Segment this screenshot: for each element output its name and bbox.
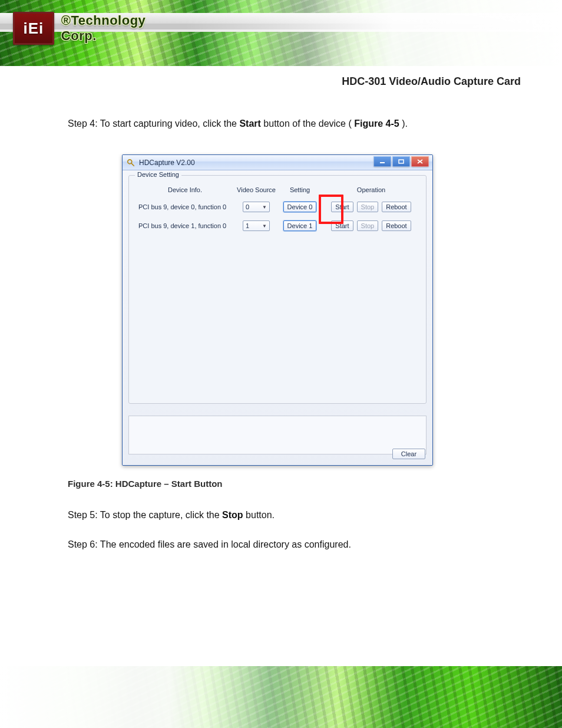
chevron-down-icon: ▼ — [262, 223, 267, 229]
chevron-down-icon: ▼ — [262, 205, 267, 210]
step-5-label: Step 5: — [68, 510, 100, 520]
logo-text: ®Technology Corp. — [61, 13, 178, 44]
device-row: PCI bus 9, device 0, function 0 0 ▼ Devi… — [135, 202, 420, 212]
start-button-1[interactable]: Start — [331, 220, 353, 231]
app-window: HDCapture V2.00 Device Setting Device In… — [122, 154, 433, 466]
page-title: HDC-301 Video/Audio Capture Card — [317, 75, 521, 88]
logo-tile: iEi — [13, 12, 54, 45]
dropdown-value: 0 — [246, 203, 249, 210]
stop-button-1[interactable]: Stop — [357, 220, 379, 231]
device-info-0: PCI bus 9, device 0, function 0 — [135, 203, 235, 210]
device-setting-button-0[interactable]: Device 0 — [283, 202, 317, 212]
video-source-dropdown-0[interactable]: 0 ▼ — [243, 202, 270, 212]
step-6-text: Step 6: The encoded files are saved in l… — [68, 538, 494, 552]
device-setting-button-1[interactable]: Device 1 — [283, 220, 317, 231]
start-button-0[interactable]: Start — [331, 202, 353, 212]
step-5-body: To stop the capture, click the — [100, 510, 222, 520]
step-4-body2: button of the device ( — [263, 118, 351, 129]
reboot-button-1[interactable]: Reboot — [382, 220, 411, 231]
step-5-text: Step 5: To stop the capture, click the S… — [68, 508, 494, 522]
figure-caption: Figure 4-5: HDCapture – Start Button — [68, 479, 223, 489]
log-output — [128, 416, 427, 454]
clear-button[interactable]: Clear — [392, 449, 425, 459]
col-setting: Setting — [277, 186, 322, 193]
app-icon — [126, 158, 135, 167]
step-5-body2: button. — [246, 510, 275, 520]
column-headers: Device Info. Video Source Setting Operat… — [135, 186, 420, 193]
maximize-button[interactable] — [392, 156, 410, 167]
footer-banner — [0, 666, 562, 728]
step-4-body3: ). — [402, 118, 408, 129]
col-device-info: Device Info. — [135, 186, 235, 193]
window-title: HDCapture V2.00 — [139, 159, 370, 167]
svg-line-1 — [131, 163, 134, 165]
device-row: PCI bus 9, device 1, function 0 1 ▼ Devi… — [135, 220, 420, 231]
titlebar: HDCapture V2.00 — [123, 155, 432, 170]
device-setting-group: Device Setting Device Info. Video Source… — [128, 175, 427, 404]
stop-button-0[interactable]: Stop — [357, 202, 379, 212]
minimize-button[interactable] — [373, 156, 391, 167]
logo: iEi ®Technology Corp. — [13, 11, 178, 46]
col-operation: Operation — [322, 186, 420, 193]
reboot-button-0[interactable]: Reboot — [382, 202, 411, 212]
step-4-text: Step 4: To start capturing video, click … — [68, 117, 494, 131]
svg-rect-3 — [399, 160, 404, 163]
dropdown-value: 1 — [246, 222, 249, 229]
step-5-bold: Stop — [222, 510, 243, 520]
step-4-bold: Start — [239, 118, 260, 129]
step-4-figref: Figure 4-5 — [354, 118, 399, 129]
window-controls — [373, 158, 429, 167]
window-client: Device Setting Device Info. Video Source… — [123, 170, 432, 465]
step-4-body: To start capturing video, click the — [100, 118, 240, 129]
video-source-dropdown-1[interactable]: 1 ▼ — [243, 220, 270, 231]
col-video-source: Video Source — [235, 186, 277, 193]
close-button[interactable] — [411, 156, 429, 167]
step-4-label: Step 4: — [68, 118, 100, 129]
device-info-1: PCI bus 9, device 1, function 0 — [135, 222, 235, 229]
group-label: Device Setting — [135, 171, 181, 178]
